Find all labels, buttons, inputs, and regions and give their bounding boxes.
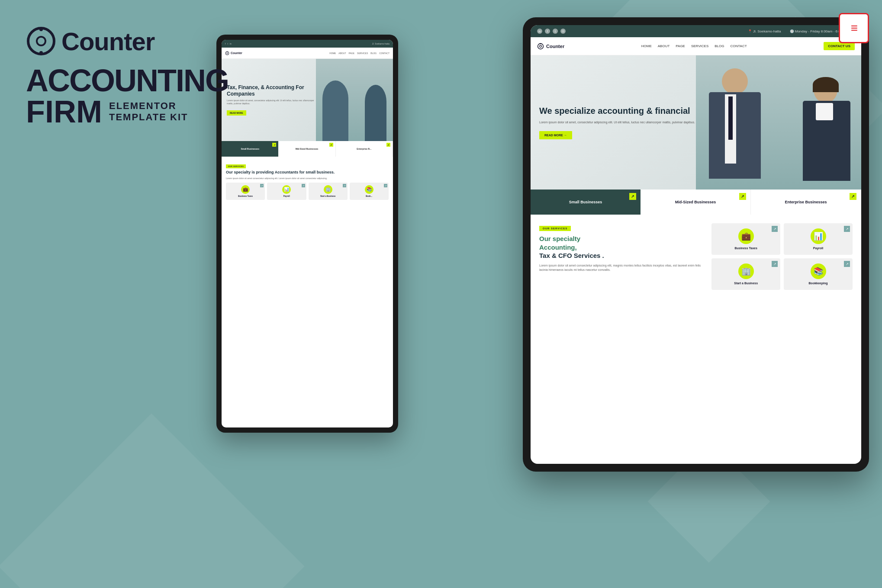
svg-point-2 <box>39 28 43 31</box>
nav-link-blog[interactable]: BLOG <box>715 44 724 48</box>
business-tabs: Small Businesses ↗ Mid-Sized Businesses … <box>531 190 861 215</box>
small-card-arrow-3: ↗ <box>343 184 346 187</box>
svg-point-10 <box>540 43 541 44</box>
svg-point-8 <box>538 43 544 49</box>
tablet-main: in f t ◎ 📍 Jl. Soekamo-hatta 🕐 Monday - … <box>523 17 869 472</box>
nav-link-contact[interactable]: CONTACT <box>730 44 747 48</box>
tab-small-businesses[interactable]: Small Businesses ↗ <box>531 190 641 215</box>
service-card-bookkeeping[interactable]: ↗ 📚 Bookkeeping <box>784 258 853 290</box>
service-card-arrow-1: ↗ <box>772 226 778 232</box>
hero-title: We specialize accounting & financial <box>539 106 704 116</box>
small-card-label-2: Payroll <box>283 195 290 197</box>
website-hero: We specialize accounting & financial Lor… <box>531 55 861 190</box>
service-card-label-1: Business Taxes <box>734 247 757 250</box>
small-person-2 <box>365 85 386 141</box>
service-card-label-4: Bookkeeping <box>809 282 828 285</box>
tagline-sub: ELEMENTOR TEMPLATE KIT <box>109 100 188 123</box>
topbar-icon-ig: ◎ <box>560 29 566 34</box>
small-card-icon-1: 💼 <box>241 185 250 194</box>
svg-point-1 <box>37 37 45 45</box>
nav-link-page[interactable]: PAGE <box>676 44 685 48</box>
small-person-1 <box>322 80 348 141</box>
tab-arrow-2: ↗ <box>739 193 746 200</box>
svg-point-0 <box>28 28 54 54</box>
service-card-arrow-2: ↗ <box>844 226 850 232</box>
elementor-badge: ≡ <box>839 13 869 43</box>
small-service-card-4[interactable]: ↗ 📚 Book... <box>350 183 389 200</box>
small-hero-image <box>316 59 393 141</box>
topbar-icon-in: in <box>537 29 542 34</box>
brand-name: Counter <box>61 27 155 56</box>
small-card-label-4: Book... <box>366 195 372 197</box>
svg-point-9 <box>540 45 542 47</box>
person-woman <box>801 77 853 190</box>
small-nav-links: HOME ABOUT PAGE SERVICES BLOG CONTACT <box>329 52 389 55</box>
left-panel: Counter ACCOUNTING FIRM ELEMENTOR TEMPLA… <box>26 26 264 127</box>
small-tab-arrow-1: ↗ <box>272 143 276 147</box>
brand-logo: Counter <box>26 26 264 56</box>
small-card-arrow-2: ↗ <box>302 184 305 187</box>
services-desc: Lorem ipsum dolor sit amet consectetur a… <box>539 263 703 273</box>
service-card-label-2: Payroll <box>813 247 823 250</box>
service-card-business-taxes[interactable]: ↗ 💼 Business Taxes <box>711 223 780 255</box>
small-service-card-1[interactable]: ↗ 💼 Business Taxes <box>226 183 265 200</box>
service-card-arrow-3: ↗ <box>772 261 778 267</box>
service-card-start-business[interactable]: ↗ 🏢 Start a Business <box>711 258 780 290</box>
svg-point-3 <box>39 51 43 55</box>
website-nav-logo: Counter <box>537 43 564 50</box>
tagline-accounting: ACCOUNTING FIRM ELEMENTOR TEMPLATE KIT <box>26 65 264 127</box>
small-tab-arrow-2: ↗ <box>329 143 333 147</box>
service-card-icon-2: 📊 <box>811 228 826 244</box>
people-figure <box>696 55 861 190</box>
tab-arrow-3: ↗ <box>850 193 856 200</box>
logo-icon <box>26 26 56 56</box>
hero-cta-button[interactable]: READ MORE → <box>539 131 572 139</box>
small-services-desc: Lorem ipsum dolor sit amet consectetur a… <box>226 177 389 180</box>
nav-logo-text: Counter <box>546 44 564 49</box>
small-card-icon-4: 📚 <box>365 185 373 194</box>
hero-content: We specialize accounting & financial Lor… <box>531 95 712 150</box>
services-label: OUR SERVICES <box>539 226 571 231</box>
hero-desc: Lorem ipsum dolor sit amet, consectetur … <box>539 120 704 125</box>
website-topbar: in f t ◎ 📍 Jl. Soekamo-hatta 🕐 Monday - … <box>531 25 861 37</box>
small-tab-arrow-3: ↗ <box>386 143 390 147</box>
small-service-card-3[interactable]: ↗ 🏢 Start a Business <box>309 183 348 200</box>
tab-enterprise-businesses[interactable]: Enterprise Businesses ↗ <box>751 190 861 215</box>
small-tab-midsized[interactable]: Mid-Sized Businesses ↗ <box>278 141 335 157</box>
small-tab-businesses[interactable]: Small Businesses ↗ <box>222 141 278 157</box>
topbar-social-icons: in f t ◎ <box>537 29 566 34</box>
person-man <box>705 68 765 190</box>
small-services-title: Our specialty is providing Accountants f… <box>226 170 389 175</box>
nav-link-home[interactable]: HOME <box>641 44 652 48</box>
topbar-icon-f: f <box>545 29 550 34</box>
service-card-payroll[interactable]: ↗ 📊 Payroll <box>784 223 853 255</box>
service-card-arrow-4: ↗ <box>844 261 850 267</box>
tab-arrow-1: ↗ <box>629 193 636 200</box>
service-card-icon-3: 🏢 <box>738 263 754 279</box>
website-navbar: Counter HOME ABOUT PAGE SERVICES BLOG CO… <box>531 37 861 55</box>
small-tab-enterprise[interactable]: Enterprise B... ↗ <box>336 141 393 157</box>
small-card-arrow-1: ↗ <box>260 184 264 187</box>
services-title: Our specialty Accounting, Tax & CFO Serv… <box>539 235 703 260</box>
small-card-icon-2: 📊 <box>282 185 291 194</box>
tablet-screen: in f t ◎ 📍 Jl. Soekamo-hatta 🕐 Monday - … <box>531 25 861 464</box>
tab-midsized-businesses[interactable]: Mid-Sized Businesses ↗ <box>641 190 751 215</box>
small-services: OUR SERVICES Our specialty is providing … <box>222 157 393 204</box>
website-nav-links: HOME ABOUT PAGE SERVICES BLOG CONTACT <box>641 44 747 48</box>
small-card-arrow-4: ↗ <box>384 184 387 187</box>
small-service-cards: ↗ 💼 Business Taxes ↗ 📊 Payroll ↗ 🏢 Start… <box>226 183 389 200</box>
services-section: OUR SERVICES Our specialty Accounting, T… <box>531 215 861 299</box>
small-services-label: OUR SERVICES <box>226 164 246 168</box>
service-card-label-3: Start a Business <box>734 282 758 285</box>
firm-row: FIRM ELEMENTOR TEMPLATE KIT <box>26 96 264 127</box>
devices-container: f t in Jl. Soekamo-hatta Counter HOME AB… <box>208 0 882 588</box>
small-tabs: Small Businesses ↗ Mid-Sized Businesses … <box>222 141 393 157</box>
service-card-icon-1: 💼 <box>738 228 754 244</box>
small-card-label-3: Start a Business <box>320 195 335 197</box>
nav-link-about[interactable]: ABOUT <box>658 44 670 48</box>
small-service-card-2[interactable]: ↗ 📊 Payroll <box>267 183 306 200</box>
services-cards-grid: ↗ 💼 Business Taxes ↗ 📊 Payroll ↗ 🏢 <box>711 223 853 290</box>
small-card-label-1: Business Taxes <box>238 195 253 197</box>
service-card-icon-4: 📚 <box>811 263 826 279</box>
nav-link-services[interactable]: SERVICES <box>691 44 708 48</box>
